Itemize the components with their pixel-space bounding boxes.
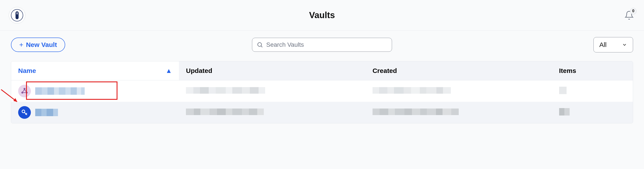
filter-dropdown[interactable]: All [594,37,633,52]
app-logo[interactable] [9,7,26,23]
redacted-text [186,109,264,115]
plus-icon: + [19,41,24,48]
notification-count-badge: 0 [630,8,636,14]
sort-asc-icon: ▲ [166,67,172,74]
new-vault-button[interactable]: + New Vault [11,37,65,52]
svg-point-2 [24,88,25,90]
svg-line-1 [261,46,262,47]
onepassword-icon [11,9,23,21]
search-input[interactable] [266,41,388,48]
top-header: Vaults 0 [0,0,644,30]
redacted-text [372,109,459,115]
column-header-name[interactable]: Name ▲ [11,61,179,80]
filter-selected-label: All [600,41,606,48]
column-header-created[interactable]: Created [366,61,552,80]
notifications[interactable]: 0 [623,9,635,21]
toolbar: + New Vault All [0,30,644,61]
vault-shared-icon [18,85,31,97]
redacted-text [372,87,451,94]
svg-point-0 [258,43,262,46]
new-vault-label: New Vault [26,41,57,48]
bell-icon[interactable]: 0 [623,9,635,21]
redacted-text [559,108,570,116]
table-row[interactable] [11,80,633,102]
chevron-down-icon [622,42,627,47]
page-title: Vaults [309,10,335,20]
vaults-table: Name ▲ Updated Created Items [11,61,633,123]
svg-point-4 [26,92,27,93]
column-header-updated[interactable]: Updated [179,61,366,80]
redacted-text [559,87,566,94]
svg-point-3 [22,92,23,93]
column-header-items[interactable]: Items [552,61,633,80]
table-row[interactable] [11,102,633,123]
redacted-text [35,109,58,116]
vaults-table-container: Name ▲ Updated Created Items [11,61,633,123]
search-input-wrapper[interactable] [252,38,392,52]
search-icon [256,41,263,48]
redacted-text [186,87,265,94]
vault-personal-icon [18,106,31,119]
redacted-text [35,87,85,95]
